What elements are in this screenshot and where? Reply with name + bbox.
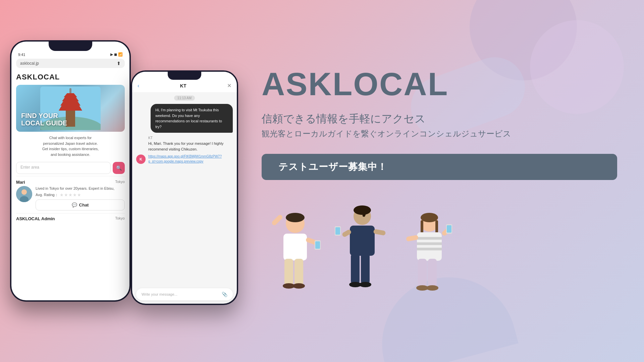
svg-point-24: [354, 205, 371, 215]
received-message-text: Hi, Mari. Thank you for your message! I …: [148, 141, 223, 151]
svg-rect-39: [417, 232, 442, 261]
chat-icon: 💬: [72, 202, 77, 207]
svg-rect-42: [417, 248, 442, 250]
svg-point-13: [286, 213, 305, 222]
guide-name: Mari: [16, 180, 25, 185]
received-message-content: KT Hi, Mari. Thank you for your message!…: [148, 136, 233, 164]
svg-rect-14: [283, 234, 307, 260]
content-section: ASKLOCAL 信頼できる情報を手軽にアクセス 観光客とローカルガイドを繋ぐオ…: [241, 48, 644, 314]
cta-button[interactable]: テストユーザー募集中！: [262, 154, 617, 180]
chat-button[interactable]: 💬 Chat: [36, 199, 125, 210]
person-1-illustration: [262, 207, 329, 294]
status-icons: ▶ ◼ 📶: [110, 52, 123, 57]
svg-rect-32: [361, 254, 370, 284]
avatar-illustration: [16, 186, 32, 202]
phone2-notch: [168, 72, 201, 80]
search-input[interactable]: Enter area: [16, 162, 111, 174]
svg-rect-15: [271, 214, 283, 226]
svg-rect-40: [417, 237, 442, 240]
share-icon[interactable]: ⬆: [117, 61, 121, 66]
tagline: 信頼できる情報を手軽にアクセス 観光客とローカルガイドを繋ぐオンラインコンシェル…: [262, 110, 617, 140]
svg-rect-48: [428, 259, 437, 287]
phone1-content: ASKLOCAL: [11, 71, 129, 224]
hero-headline: FIND YOUR LOCAL GUIDE: [21, 112, 67, 127]
admin-location: Tokyo: [115, 216, 125, 221]
svg-rect-29: [335, 227, 340, 235]
phone1-mockup: 9:41 ▶ ◼ 📶 asklocal.jp ⬆ ASKLOCAL: [10, 40, 131, 302]
app-logo: ASKLOCAL: [16, 71, 125, 85]
rating-label: Avg. Rating：: [36, 192, 58, 197]
chat-recipient-name: KT: [180, 83, 186, 88]
search-placeholder: Enter area: [20, 165, 39, 170]
sent-message-wrapper: Hi, I'm planning to visit Mt Tsukuba thi…: [136, 104, 233, 133]
chat-messages-container: 11:13 AM Hi, I'm planning to visit Mt Ts…: [132, 92, 237, 167]
phone1-notch: [49, 42, 92, 51]
svg-rect-43: [406, 235, 419, 242]
svg-rect-41: [417, 242, 442, 245]
tagline-line1: 信頼できる情報を手軽にアクセス: [262, 110, 617, 127]
message-link[interactable]: https://maps.app.goo.gl/FtKBMjlW1mmG8zPW…: [148, 154, 224, 164]
illustrations: [262, 200, 617, 294]
svg-point-8: [69, 88, 71, 90]
guide-rating: Avg. Rating： ★★★★★: [36, 192, 125, 197]
guide-body: Lived in Tokyo for over 20years. Expert …: [16, 186, 125, 210]
phone2-mockup: ‹ KT ✕ 11:13 AM Hi, I'm planning to visi…: [131, 70, 238, 305]
svg-rect-31: [351, 254, 360, 284]
search-button[interactable]: 🔍: [113, 162, 125, 174]
svg-rect-26: [350, 226, 375, 256]
svg-rect-46: [447, 225, 451, 233]
svg-point-34: [359, 282, 371, 287]
svg-point-36: [421, 213, 438, 222]
chat-label: Chat: [79, 202, 89, 207]
phone1-screen: 9:41 ▶ ◼ 📶 asklocal.jp ⬆ ASKLOCAL: [11, 42, 129, 300]
status-time: 9:41: [18, 53, 25, 57]
chat-input-area[interactable]: Write your message... 📎: [136, 288, 233, 300]
svg-point-50: [426, 285, 438, 291]
chat-close-icon[interactable]: ✕: [227, 82, 231, 89]
guide-info: Lived in Tokyo for over 20years. Expert …: [36, 186, 125, 210]
kt-avatar: K: [136, 155, 146, 164]
search-icon: 🔍: [116, 165, 122, 171]
search-area: Enter area 🔍: [16, 162, 125, 174]
guide-description: Lived in Tokyo for over 20years. Expert …: [36, 186, 125, 191]
svg-marker-4: [60, 101, 80, 106]
phones-section: 9:41 ▶ ◼ 📶 asklocal.jp ⬆ ASKLOCAL: [0, 0, 241, 362]
svg-rect-18: [315, 241, 320, 249]
message-timestamp: 11:13 AM: [174, 96, 195, 101]
svg-marker-3: [59, 105, 82, 111]
chat-back-icon[interactable]: ‹: [138, 83, 139, 89]
chat-input-placeholder: Write your message...: [142, 292, 177, 296]
svg-rect-47: [418, 259, 427, 287]
url-bar[interactable]: asklocal.jp ⬆: [16, 59, 125, 68]
svg-rect-20: [294, 259, 303, 286]
svg-point-10: [21, 189, 27, 195]
attach-icon[interactable]: 📎: [222, 292, 227, 297]
tagline-line2: 観光客とローカルガイドを繋ぐオンラインコンシェルジュサービス: [262, 127, 617, 140]
admin-name: ASKLOCAL Admin: [16, 216, 55, 221]
main-container: 9:41 ▶ ◼ 📶 asklocal.jp ⬆ ASKLOCAL: [0, 0, 644, 362]
svg-point-22: [293, 283, 305, 289]
person-2-illustration: [329, 200, 396, 294]
received-message-bubble: Hi, Mari. Thank you for your message! I …: [148, 141, 224, 164]
received-message-row: K KT Hi, Mari. Thank you for your messag…: [136, 136, 233, 164]
guide-header: Mari Tokyo: [16, 180, 125, 185]
brand-title: ASKLOCAL: [262, 68, 617, 100]
person-3-illustration: [396, 207, 463, 294]
guide-location: Tokyo: [115, 180, 125, 185]
phone2-screen: ‹ KT ✕ 11:13 AM Hi, I'm planning to visi…: [132, 72, 237, 304]
guide-avatar: [16, 186, 32, 202]
sent-message-text: Hi, I'm planning to visit Mt Tsukuba thi…: [155, 108, 222, 129]
svg-rect-19: [284, 259, 293, 286]
hero-image: FIND YOUR LOCAL GUIDE: [16, 85, 125, 132]
guide-card: Mari Tokyo: [16, 176, 125, 213]
admin-card: ASKLOCAL Admin Tokyo: [16, 213, 125, 224]
kt-sender-label: KT: [148, 136, 233, 140]
hero-text-overlay: FIND YOUR LOCAL GUIDE: [21, 112, 67, 127]
svg-rect-30: [373, 229, 386, 236]
app-description: Chat with local experts for personalized…: [16, 132, 125, 160]
sent-message-bubble: Hi, I'm planning to visit Mt Tsukuba thi…: [151, 104, 233, 133]
rating-stars: ★★★★★: [60, 192, 82, 197]
url-text: asklocal.jp: [20, 61, 39, 66]
